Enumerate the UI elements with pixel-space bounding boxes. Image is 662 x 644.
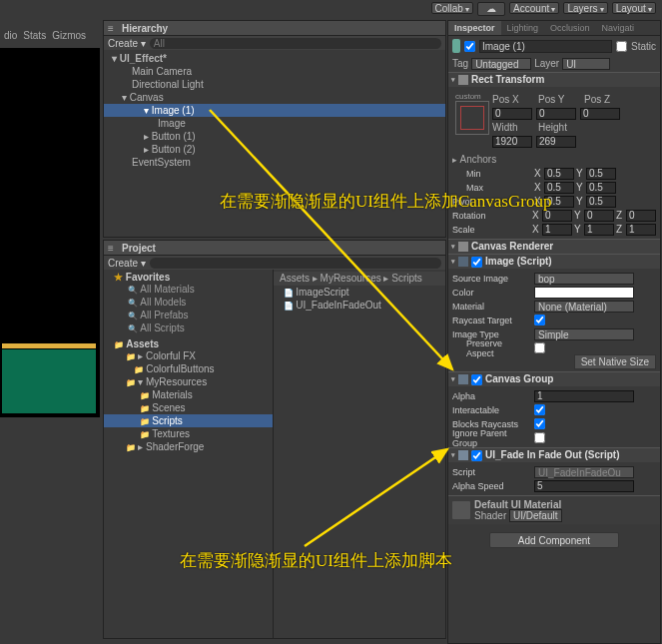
favorite-item[interactable]: All Models — [104, 296, 273, 309]
folder-item[interactable]: Textures — [104, 427, 273, 440]
project-tab[interactable]: Project — [104, 241, 445, 256]
game-view — [0, 48, 100, 417]
favorites-header[interactable]: Favorites — [104, 272, 273, 283]
set-native-size[interactable]: Set Native Size — [574, 354, 656, 369]
inspector-tab[interactable]: Occlusion — [544, 21, 596, 35]
canvas-group-header[interactable]: Canvas Group — [448, 372, 660, 386]
pos-y[interactable] — [536, 108, 576, 120]
pivot-x[interactable] — [544, 196, 574, 208]
layer-label: Layer — [534, 58, 559, 70]
assets-header[interactable]: Assets — [104, 338, 273, 349]
raycast-check[interactable] — [534, 315, 545, 325]
favorite-item[interactable]: All Materials — [104, 283, 273, 296]
hierarchy-item[interactable]: Directional Light — [104, 78, 445, 91]
anchor-preset[interactable] — [455, 101, 489, 135]
scale-x[interactable] — [542, 224, 572, 236]
script-ref[interactable]: UI_FadeInFadeOu — [534, 466, 634, 478]
folder-item[interactable]: ▸ ShaderForge — [104, 440, 273, 453]
tag-label: Tag — [452, 58, 468, 70]
inspector-tab[interactable]: Lighting — [501, 21, 545, 35]
hierarchy-item[interactable]: Main Camera — [104, 65, 445, 78]
fade-enable[interactable] — [471, 450, 482, 461]
gameobject-active[interactable] — [464, 41, 475, 52]
layer-dropdown[interactable]: UI — [562, 58, 610, 70]
hierarchy-tab[interactable]: Hierarchy — [104, 21, 445, 36]
script-icon — [458, 450, 468, 460]
cloud-button[interactable]: ☁ — [477, 2, 505, 16]
pos-z[interactable] — [580, 108, 620, 120]
gameobject-icon — [452, 39, 460, 53]
fade-script-header[interactable]: UI_Fade In Fade Out (Script) — [448, 448, 660, 462]
project-search[interactable] — [150, 258, 441, 269]
folder-item[interactable]: Scripts — [104, 414, 273, 427]
hierarchy-item[interactable]: ▸ Button (1) — [104, 130, 445, 143]
anchor-min-y[interactable] — [586, 168, 616, 180]
anchor-max-x[interactable] — [544, 182, 574, 194]
canvasr-icon — [458, 242, 468, 252]
hierarchy-item[interactable]: Image — [104, 117, 445, 130]
inspector-tab[interactable]: Inspector — [448, 21, 501, 35]
folder-item[interactable]: ▾ MyResources — [104, 375, 273, 388]
rot-z[interactable] — [626, 210, 656, 222]
rot-y[interactable] — [584, 210, 614, 222]
file-item[interactable]: UI_FadeInFadeOut — [274, 299, 445, 312]
static-check[interactable] — [616, 41, 627, 52]
hierarchy-item[interactable]: EventSystem — [104, 156, 445, 169]
add-component-button[interactable]: Add Component — [489, 532, 619, 548]
inspector-panel: InspectorLightingOcclusionNavigati Stati… — [447, 20, 661, 644]
alpha-speed[interactable] — [534, 480, 634, 492]
folder-item[interactable]: Scenes — [104, 401, 273, 414]
hierarchy-create[interactable]: Create ▾ — [108, 38, 146, 49]
cg-blocks[interactable] — [534, 418, 545, 429]
pivot-y[interactable] — [586, 196, 616, 208]
image-type[interactable]: Simple — [534, 328, 634, 340]
file-item[interactable]: ImageScript — [274, 286, 445, 299]
account-button[interactable]: Account — [509, 2, 559, 14]
project-panel: Project Create ▾ Favorites All Materials… — [103, 240, 446, 639]
anchor-max-y[interactable] — [586, 182, 616, 194]
layers-button[interactable]: Layers — [563, 2, 607, 14]
image-enable[interactable] — [471, 257, 482, 268]
scale-y[interactable] — [584, 224, 614, 236]
inspector-tab[interactable]: Navigati — [596, 21, 641, 35]
height[interactable] — [536, 136, 576, 148]
hierarchy-item[interactable]: ▾ Canvas — [104, 91, 445, 104]
folder-item[interactable]: ColorfulButtons — [104, 362, 273, 375]
cg-enable[interactable] — [471, 374, 482, 385]
game-tab-stub: dioStatsGizmos — [0, 30, 100, 44]
cg-alpha[interactable] — [534, 390, 634, 402]
cg-interactable[interactable] — [534, 404, 545, 415]
folder-item[interactable]: ▸ Colorful FX — [104, 349, 273, 362]
tag-dropdown[interactable]: Untagged — [471, 58, 531, 70]
gameobject-name[interactable] — [479, 40, 612, 53]
rot-x[interactable] — [542, 210, 572, 222]
pos-x[interactable] — [492, 108, 532, 120]
cg-ignore[interactable] — [534, 432, 545, 443]
favorite-item[interactable]: All Scripts — [104, 322, 273, 334]
project-breadcrumb: Assets ▸ MyResources ▸ Scripts — [274, 272, 445, 286]
hierarchy-search[interactable] — [150, 38, 441, 49]
folder-item[interactable]: Materials — [104, 388, 273, 401]
width[interactable] — [492, 136, 532, 148]
image-header[interactable]: Image (Script) — [448, 255, 660, 269]
rect-icon — [458, 75, 468, 85]
collab-button[interactable]: Collab — [431, 2, 474, 14]
color-field[interactable] — [534, 287, 634, 299]
material-field[interactable]: None (Material) — [534, 301, 634, 313]
favorite-item[interactable]: All Prefabs — [104, 309, 273, 322]
source-image[interactable]: bop — [534, 273, 634, 285]
scale-z[interactable] — [626, 224, 656, 236]
layout-button[interactable]: Layout — [612, 2, 656, 14]
canvas-renderer-header[interactable]: Canvas Renderer — [448, 240, 660, 254]
hierarchy-item[interactable]: ▸ Button (2) — [104, 143, 445, 156]
shader-dropdown[interactable]: UI/Default — [509, 509, 561, 522]
anchor-min-x[interactable] — [544, 168, 574, 180]
material-slot[interactable]: Default UI Material Shader UI/Default — [448, 495, 660, 524]
static-label: Static — [631, 41, 656, 52]
hierarchy-item[interactable]: ▾ Image (1) — [104, 104, 445, 117]
preserve-check[interactable] — [534, 342, 545, 353]
hierarchy-item[interactable]: ▾ UI_Effect* — [104, 52, 445, 65]
rect-transform-header[interactable]: Rect Transform — [448, 73, 660, 87]
project-create[interactable]: Create ▾ — [108, 258, 146, 269]
cg-icon — [458, 374, 468, 384]
